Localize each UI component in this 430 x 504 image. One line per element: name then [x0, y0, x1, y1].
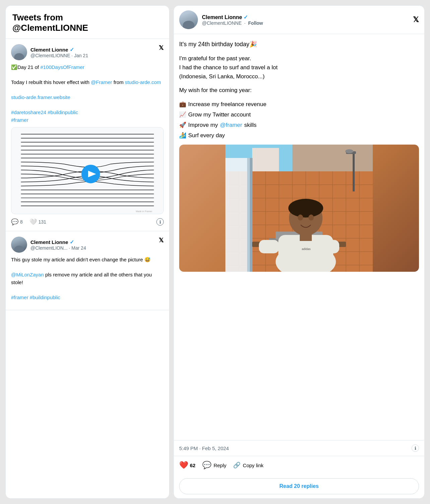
- reply-icon: 💬: [202, 461, 211, 470]
- info-action-1[interactable]: ℹ: [156, 218, 164, 226]
- detail-footer: ❤️ 62 💬 Reply 🔗 Copy link: [174, 456, 424, 474]
- reply-footer-action[interactable]: 💬 Reply: [202, 461, 226, 470]
- author-name-2: Clement Lionne: [30, 239, 68, 245]
- heart-footer-icon: ❤️: [179, 461, 188, 470]
- svg-text:adidas: adidas: [302, 247, 311, 251]
- wish-emoji-1: 💼: [179, 100, 186, 109]
- tweet-header-1: Clement Lionne ✓ @ClementLIONNE · Jan 21…: [11, 44, 164, 60]
- verified-icon-1: ✓: [70, 47, 74, 53]
- panel-header: Tweets from @ClementLIONNE: [6, 6, 169, 39]
- avatar-2: [11, 237, 27, 253]
- tweet-author-1: Clement Lionne ✓ @ClementLIONNE · Jan 21: [11, 44, 88, 60]
- svg-point-47: [298, 215, 303, 221]
- avatar-face-1: [11, 44, 27, 60]
- link-studio[interactable]: studio-arde.com: [125, 79, 161, 85]
- link-framer-website[interactable]: studio-arde.framer.website: [11, 94, 70, 100]
- wish-text-3b: skills: [244, 120, 257, 130]
- wish-text-2: Grow my Twitter account: [188, 110, 251, 119]
- verified-icon-2: ✓: [70, 239, 74, 245]
- detail-handle: @ClementLIONNE · Follow: [202, 20, 263, 26]
- wish-item-3: 🚀 Improve my @framer skills: [179, 120, 419, 130]
- author-info-1: Clement Lionne ✓ @ClementLIONNE · Jan 21: [30, 47, 88, 58]
- svg-rect-50: [259, 240, 279, 253]
- reply-count-1: 8: [20, 219, 23, 225]
- wish-item-2: 📈 Grow my Twitter account: [179, 110, 419, 119]
- mention-framer-detail[interactable]: @framer: [220, 120, 242, 130]
- follow-link[interactable]: Follow: [248, 20, 263, 26]
- x-logo-1[interactable]: 𝕏: [159, 44, 164, 52]
- hashtags-2[interactable]: #framer #buildinpublic: [11, 295, 60, 300]
- like-count-1: 131: [39, 219, 46, 225]
- svg-rect-49: [300, 234, 312, 241]
- tweet-body-2: This guy stole my article and didn't eve…: [11, 256, 164, 301]
- svg-point-38: [345, 149, 353, 153]
- tweet-actions-1: 💬 8 🤍 131 ℹ: [11, 218, 164, 226]
- wish-emoji-3: 🚀: [179, 120, 186, 130]
- hashtags-1[interactable]: #daretoshare24 #buildinpublic #framer: [11, 109, 78, 123]
- detail-timestamp: 5:49 PM · Feb 5, 2024 ℹ: [174, 440, 424, 456]
- right-panel: Clement Lionne ✓ @ClementLIONNE · Follow…: [173, 5, 425, 499]
- copy-label: Copy link: [243, 463, 264, 468]
- detail-author-name: Clement Lionne ✓: [202, 14, 263, 20]
- detail-verified-icon: ✓: [243, 14, 248, 20]
- comment-icon-1: 💬: [11, 218, 18, 226]
- timestamp-text: 5:49 PM · Feb 5, 2024: [179, 445, 229, 451]
- svg-rect-34: [247, 158, 250, 272]
- tweet-card-2: Clement Lionne ✓ @ClementLION... · Mar 2…: [6, 231, 169, 310]
- copy-footer-action[interactable]: 🔗 Copy link: [233, 461, 264, 469]
- author-handle-2: @ClementLION... · Mar 24: [30, 245, 86, 251]
- tweet-line1: It's my 24th birthday today🎉: [179, 39, 419, 49]
- wish-item-4: 🏄 Surf every day: [179, 131, 419, 140]
- avatar-face-2: [11, 237, 27, 253]
- tweet-actions-left-1: 💬 8 🤍 131: [11, 218, 46, 226]
- like-footer-action[interactable]: ❤️ 62: [179, 461, 196, 470]
- read-replies-button[interactable]: Read 20 replies: [179, 478, 419, 494]
- wish-item-1: 💼 Increase my freelance revenue: [179, 100, 419, 109]
- wish-text-4: Surf every day: [188, 131, 225, 140]
- detail-photo: adidas: [179, 145, 419, 272]
- wish-text-3: Improve my: [188, 120, 218, 130]
- watermark: Made in Framer: [136, 210, 153, 213]
- svg-rect-36: [353, 151, 355, 191]
- tweet-wish-header: My wish for the coming year:: [179, 86, 419, 95]
- tweet-author-2: Clement Lionne ✓ @ClementLION... · Mar 2…: [11, 237, 86, 253]
- panel-title: Tweets from @ClementLIONNE: [12, 12, 162, 33]
- wish-emoji-4: 🏄: [179, 131, 186, 140]
- detail-avatar: [179, 10, 198, 29]
- x-logo-detail[interactable]: 𝕏: [413, 15, 419, 24]
- author-info-2: Clement Lionne ✓ @ClementLION... · Mar 2…: [30, 239, 86, 251]
- svg-point-48: [308, 215, 314, 221]
- like-footer-count: 62: [190, 463, 196, 468]
- tweet-line2: I'm grateful for the past year. I had th…: [179, 54, 419, 81]
- hashtag-100days[interactable]: #100DaysOfFramer: [40, 64, 84, 70]
- svg-rect-35: [250, 158, 253, 272]
- info-icon-1: ℹ: [156, 218, 164, 226]
- tweet-photo-svg: adidas: [179, 145, 419, 272]
- left-panel: Tweets from @ClementLIONNE Clement Lionn…: [5, 5, 169, 499]
- wave-animation: Made in Framer: [11, 128, 163, 214]
- copy-icon: 🔗: [233, 461, 240, 469]
- detail-author: Clement Lionne ✓ @ClementLIONNE · Follow: [179, 10, 263, 29]
- tweet-card-1: Clement Lionne ✓ @ClementLIONNE · Jan 21…: [6, 39, 169, 231]
- svg-rect-51: [319, 240, 339, 253]
- detail-author-info: Clement Lionne ✓ @ClementLIONNE · Follow: [202, 14, 263, 26]
- info-icon-detail[interactable]: ℹ: [412, 444, 419, 452]
- mention-framer-1[interactable]: @Framer: [91, 79, 112, 85]
- heart-icon-1: 🤍: [29, 218, 37, 226]
- reply-action-1[interactable]: 💬 8: [11, 218, 23, 226]
- reply-label: Reply: [214, 463, 226, 468]
- detail-body: It's my 24th birthday today🎉 I'm gratefu…: [174, 34, 424, 440]
- author-name-row-1: Clement Lionne ✓: [30, 47, 88, 53]
- like-action-1[interactable]: 🤍 131: [29, 218, 46, 226]
- tweet-header-2: Clement Lionne ✓ @ClementLION... · Mar 2…: [11, 237, 164, 253]
- wish-list: 💼 Increase my freelance revenue 📈 Grow m…: [179, 100, 419, 140]
- wish-text-1: Increase my freelance revenue: [188, 100, 266, 109]
- detail-header: Clement Lionne ✓ @ClementLIONNE · Follow…: [174, 6, 424, 34]
- wish-emoji-2: 📈: [179, 110, 186, 119]
- author-handle-1: @ClementLIONNE · Jan 21: [30, 53, 88, 58]
- x-logo-2[interactable]: 𝕏: [159, 237, 164, 244]
- tweet-media-1[interactable]: Made in Framer: [11, 127, 164, 214]
- author-name-row-2: Clement Lionne ✓: [30, 239, 86, 245]
- author-name-1: Clement Lionne: [30, 47, 68, 53]
- mention-milon[interactable]: @MiLonZayan: [11, 272, 44, 277]
